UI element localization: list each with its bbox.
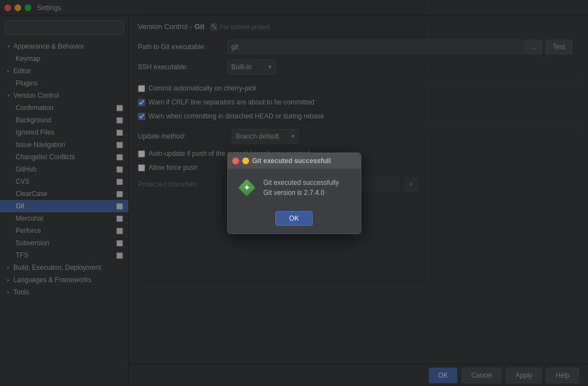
modal-body: ✦ Git executed successfully Git version … <box>228 169 361 207</box>
modal-title: Git executed successfull <box>252 157 331 165</box>
git-diamond-text: ✦ <box>243 183 250 192</box>
modal-message: Git executed successfully Git version is… <box>264 178 339 198</box>
modal-expand-button[interactable] <box>242 158 249 164</box>
git-diamond-icon: ✦ <box>238 179 256 197</box>
modal-message-line1: Git executed successfully <box>264 178 339 188</box>
modal-message-line2: Git version is 2.7.4.0 <box>264 188 339 198</box>
modal-close-button[interactable] <box>232 158 239 164</box>
modal-title-bar: Git executed successfull <box>228 153 361 169</box>
modal-footer: OK <box>228 207 361 233</box>
git-success-modal: Git executed successfull ✦ Git executed … <box>227 153 361 234</box>
modal-icon: ✦ <box>237 178 257 198</box>
modal-ok-button[interactable]: OK <box>275 211 313 226</box>
modal-overlay: Git executed successfull ✦ Git executed … <box>0 0 588 386</box>
